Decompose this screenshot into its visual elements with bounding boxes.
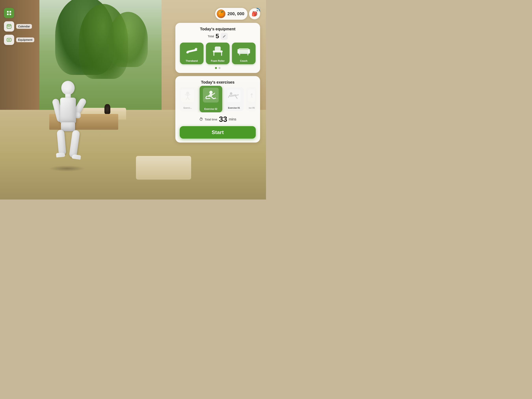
time-label: Total time — [205, 118, 217, 121]
carousel-dots — [180, 67, 256, 69]
exercises-title: Today's exercises — [180, 80, 256, 84]
right-panel: 🍊 200, 000 ✈️ 🎒 Today's equipment Total … — [175, 8, 260, 142]
equip-item-foam-roller[interactable]: Foam Roller — [206, 43, 229, 64]
svg-rect-19 — [215, 46, 221, 51]
grid-icon — [6, 10, 12, 16]
exercise-thumbnail-02 — [203, 88, 219, 103]
exercise-figure-fade1 — [181, 91, 194, 100]
equipment-card: Today's equipment Total 5 — [175, 23, 260, 73]
currency-amount: 200, 000 — [227, 11, 244, 16]
calendar-icon — [6, 24, 12, 29]
total-value: 5 — [215, 32, 219, 40]
start-button[interactable]: Start — [180, 126, 256, 139]
exercise-item-02[interactable]: Exercise 02 — [200, 86, 222, 112]
total-label: Total — [208, 34, 214, 38]
equipment-card-title: Today's equipment — [180, 27, 256, 31]
timer-icon: ⏱ — [199, 117, 203, 122]
sidebar-item-equipment[interactable]: H Equipment — [4, 35, 34, 45]
exercise-thumbnail-05 — [248, 89, 255, 102]
sidebar-item-calendar[interactable]: Calendar — [4, 21, 34, 32]
avatar-body — [54, 81, 82, 164]
equipment-icon-box[interactable]: H — [4, 35, 14, 45]
exercise-label-05: ise 05 — [249, 107, 255, 109]
plane-icon: ✈️ — [256, 7, 260, 12]
exercise-figure-05 — [248, 92, 255, 100]
mannequin-pelvis — [61, 122, 75, 131]
avatar-shadow — [49, 166, 85, 172]
foam-roller-icon-area — [211, 45, 225, 57]
svg-rect-2 — [7, 13, 9, 15]
foam-roller-svg — [212, 45, 224, 56]
exercise-figure-01 — [228, 91, 240, 100]
exercise-item-01[interactable]: Exercise 01 — [224, 87, 244, 111]
equipment-total-row: Total 5 — [180, 32, 256, 40]
couch-icon-area — [237, 45, 251, 57]
svg-rect-24 — [239, 53, 240, 55]
time-row: ⏱ Total time 33 mins — [180, 116, 256, 123]
couch-label: Couch — [240, 59, 247, 62]
svg-point-34 — [230, 92, 232, 95]
calendar-icon-box[interactable] — [4, 21, 14, 32]
mannequin-foot-right — [72, 154, 81, 160]
mannequin-leg-left — [57, 129, 66, 155]
exercise-figure-02 — [203, 90, 218, 100]
sidebar: Calendar H Equipment — [4, 8, 34, 45]
avatar — [45, 69, 91, 164]
svg-line-43 — [252, 97, 253, 97]
dot-1[interactable] — [215, 67, 217, 69]
theraband-icon-area — [185, 45, 199, 57]
mannequin-torso — [60, 97, 76, 123]
time-unit: mins — [229, 117, 236, 122]
exercise-label-01: Exercise 01 — [228, 107, 240, 109]
couch-svg — [237, 46, 250, 56]
svg-rect-1 — [9, 11, 11, 13]
equipment-label: Equipment — [16, 38, 34, 42]
exercise-label-fade1: Exerci... — [184, 107, 192, 109]
grid-icon-box[interactable] — [4, 8, 14, 18]
plant-small — [108, 12, 148, 67]
svg-line-31 — [188, 97, 189, 100]
equip-item-couch[interactable]: Couch — [232, 43, 256, 64]
exercise-thumbnail-fade1 — [181, 89, 194, 102]
exercises-card: Today's exercises Exerci... — [175, 76, 260, 142]
svg-rect-8 — [8, 26, 9, 27]
currency-display: 🍊 200, 000 — [215, 8, 247, 20]
currency-bar: 🍊 200, 000 ✈️ 🎒 — [175, 8, 260, 20]
time-value: 33 — [219, 116, 227, 123]
mannequin — [54, 81, 82, 164]
foam-roller-label: Foam Roller — [211, 59, 224, 62]
equipment-icon: H — [6, 37, 12, 43]
svg-rect-21 — [239, 48, 249, 51]
calendar-label: Calendar — [16, 24, 32, 29]
theraband-svg — [185, 46, 198, 56]
mannequin-foot-left — [56, 152, 65, 158]
svg-text:H: H — [8, 39, 10, 41]
currency-icon: 🍊 — [217, 9, 225, 18]
edit-icon — [222, 34, 226, 38]
exercises-list: Exerci... — [180, 86, 256, 112]
mannequin-head — [61, 81, 75, 95]
dot-2[interactable] — [219, 67, 221, 69]
svg-point-33 — [209, 91, 213, 94]
vase — [104, 104, 110, 114]
equip-item-theraband[interactable]: Theraband — [180, 43, 203, 64]
svg-rect-23 — [248, 49, 250, 53]
svg-rect-3 — [9, 13, 11, 15]
equipment-items-list: Theraband Foam Roller — [180, 43, 256, 64]
exercise-item-fade1[interactable]: Exerci... — [180, 87, 198, 111]
svg-rect-0 — [7, 11, 9, 13]
svg-line-30 — [186, 97, 188, 100]
svg-line-37 — [236, 96, 237, 98]
bag-button[interactable]: ✈️ 🎒 — [249, 8, 260, 19]
sidebar-item-grid[interactable] — [4, 8, 34, 18]
exercise-label-02: Exercise 02 — [204, 108, 217, 110]
svg-point-26 — [186, 91, 189, 95]
bag-icon: 🎒 — [252, 11, 258, 17]
edit-button[interactable] — [221, 33, 228, 40]
right-couch — [136, 156, 191, 180]
theraband-label: Theraband — [186, 59, 198, 62]
exercise-item-05[interactable]: ise 05 — [246, 87, 256, 111]
svg-line-38 — [228, 95, 230, 97]
svg-rect-25 — [247, 53, 248, 55]
mannequin-leg-right — [69, 130, 80, 158]
